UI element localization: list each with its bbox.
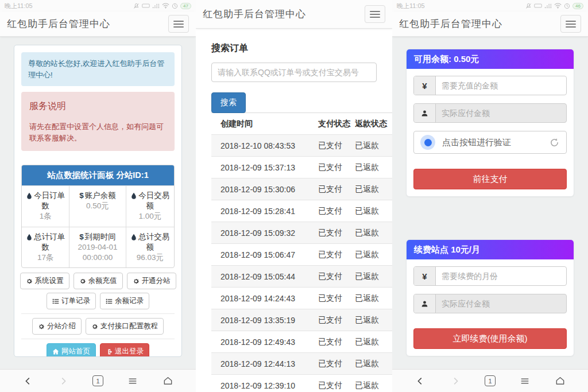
forward-button[interactable] [447, 372, 464, 390]
system-settings-button[interactable]: 系统设置 [20, 273, 69, 289]
browser-nav-bar: 1 [0, 369, 196, 392]
stat-value: 2019-04-01 00:00:00 [78, 243, 117, 262]
battery-icon: 46 [572, 3, 583, 9]
recharge-amount-input[interactable] [436, 76, 566, 95]
button-row-2: 订单记录 余额记录 [21, 293, 175, 309]
stat-total-volume: 总计交易额 96.03元 [126, 227, 174, 268]
order-log-button[interactable]: 订单记录 [47, 293, 96, 309]
renew-months-input[interactable] [436, 267, 566, 285]
home-nav-button[interactable] [159, 372, 176, 390]
stat-today-volume: 今日交易额 1.00元 [126, 185, 174, 227]
search-button[interactable]: 搜索 [211, 92, 246, 113]
payable-amount-input [436, 104, 566, 122]
menu-icon [520, 376, 530, 386]
forward-icon [450, 376, 461, 386]
back-icon [415, 376, 425, 386]
user-icon [414, 104, 436, 122]
stats-panel: 站点数据统计面板 分站ID:1 今日订单数 1条 $账户余额 0.50元 今日交… [21, 165, 175, 268]
back-button[interactable] [20, 372, 37, 390]
status-bar: 晚上11:05 47 [0, 0, 196, 11]
stat-expiry: $到期时间 2019-04-01 00:00:00 [69, 227, 126, 268]
website-home-button[interactable]: 网站首页 [47, 343, 96, 357]
page-title: 红包助手后台管理中心 [203, 7, 306, 21]
renew-now-button[interactable]: 立即续费(使用余额) [413, 328, 567, 349]
go-pay-button[interactable]: 前往支付 [413, 169, 567, 189]
gear-icon [38, 323, 45, 330]
tab-count-icon: 1 [92, 375, 103, 386]
yuan-icon: ¥ [414, 76, 436, 95]
order-row: 2018-12-09 15:06:47已支付已返款 [211, 244, 392, 266]
col-header-pay-status: 支付状态 [318, 113, 355, 135]
forward-icon [58, 376, 68, 386]
divider [21, 339, 175, 339]
forward-button[interactable] [55, 372, 72, 390]
app-header: 红包助手后台管理中心 [392, 11, 588, 37]
yuan-icon: ¥ [414, 267, 436, 285]
sim-card-icon [534, 3, 542, 9]
hamburger-menu-button[interactable] [168, 15, 189, 33]
status-icons: 47 [133, 3, 191, 9]
status-bar: 晚上11:05 46 [392, 0, 588, 11]
hamburger-menu-button[interactable] [560, 15, 581, 33]
menu-icon [127, 376, 138, 386]
back-button[interactable] [412, 372, 429, 390]
recharge-button[interactable]: 余额充值 [74, 273, 123, 289]
tint-icon [130, 192, 137, 199]
dollar-icon: $ [79, 232, 84, 241]
renew-months-group: ¥ [413, 266, 567, 286]
balance-log-button[interactable]: 余额记录 [100, 293, 149, 309]
gear-icon [91, 323, 98, 330]
renew-card: 续费站点 10元/月 ¥ 立即续费(使用余额) [406, 239, 574, 356]
logout-icon [106, 348, 113, 355]
order-row: 2018-12-09 15:09:32已支付已返款 [211, 222, 392, 244]
home-outline-icon [163, 375, 173, 386]
home-nav-button[interactable] [551, 372, 568, 390]
welcome-alert: 尊敬的站长您好,欢迎进入红包助手后台管理中心! [21, 52, 175, 86]
mute-icon [133, 3, 140, 9]
dollar-icon: $ [79, 191, 84, 200]
list-icon [52, 298, 59, 305]
renew-header: 续费站点 10元/月 [407, 240, 574, 259]
pay-config-tutorial-button[interactable]: 支付接口配置教程 [86, 318, 164, 335]
orders-header-row: 创建时间 支付状态 返款状态 操作 [211, 113, 392, 135]
renew-payable-input [436, 294, 566, 313]
order-row: 2018-12-09 12:44:13已支付已返款 [211, 353, 392, 375]
logout-button[interactable]: 退出登录 [100, 343, 149, 357]
subsite-intro-button[interactable]: 分站介绍 [32, 318, 82, 335]
home-outline-icon [555, 375, 566, 386]
stat-value: 1条 [40, 212, 52, 220]
page-title: 红包助手后台管理中心 [7, 17, 110, 30]
stat-value: 96.03元 [137, 253, 164, 262]
captcha-widget: 点击按钮进行验证 [413, 131, 567, 154]
tabs-button[interactable]: 1 [90, 372, 107, 390]
phone-screen-recharge: 晚上11:05 46 红包助手后台管理中心 可用余额: 0.50元 ¥ [392, 0, 588, 392]
menu-button[interactable] [516, 372, 533, 390]
dashboard-panel: 尊敬的站长您好,欢迎进入红包助手后台管理中心! 服务说明 请先在配置中设置个人信… [14, 45, 182, 357]
order-search-input[interactable] [211, 63, 377, 82]
tabs-button[interactable]: 1 [482, 372, 499, 390]
stats-grid: 今日订单数 1条 $账户余额 0.50元 今日交易额 1.00元 总计订单数 1… [22, 185, 174, 267]
power-save-icon [564, 3, 570, 9]
menu-button[interactable] [124, 372, 141, 390]
mute-icon [525, 3, 532, 9]
recharge-amount-group: ¥ [413, 76, 567, 95]
divider [21, 313, 175, 314]
order-row: 2018-12-10 08:43:53已支付已返款 [211, 135, 392, 157]
hamburger-menu-button[interactable] [365, 5, 385, 23]
balance-header: 可用余额: 0.50元 [407, 49, 574, 69]
captcha-button-icon[interactable] [420, 135, 435, 150]
button-row-3: 分站介绍 支付接口配置教程 [21, 318, 175, 335]
status-time: 晚上11:05 [5, 2, 33, 10]
order-row: 2018-12-09 15:30:06已支付已返款 [211, 178, 392, 200]
hamburger-icon [566, 21, 576, 22]
order-row: 2018-12-09 14:24:43已支付已返款 [211, 288, 392, 309]
button-row-4: 网站首页 退出登录 [21, 343, 175, 357]
order-row: 2018-12-09 15:37:13已支付已返款 [211, 157, 392, 178]
renew-payable-group [413, 294, 567, 313]
open-subsite-button[interactable]: 开通分站 [127, 273, 176, 289]
button-row-1: 系统设置 余额充值 开通分站 [21, 273, 175, 289]
browser-nav-bar: 1 [392, 369, 588, 392]
service-alert-body: 请先在配置中设置个人信息，如有问题可联系客服解决。 [29, 121, 167, 143]
gear-icon [79, 278, 86, 285]
refresh-icon[interactable] [549, 137, 560, 148]
